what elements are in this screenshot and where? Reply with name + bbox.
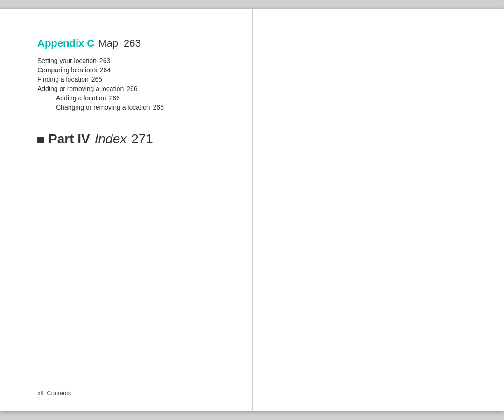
page-footer: xii Contents <box>37 390 224 397</box>
toc-entry-page: 266 <box>109 94 119 102</box>
toc-entry-text: Setting your location <box>37 57 97 64</box>
part-page-num: 271 <box>131 132 153 147</box>
toc-entry: Setting your location 263 <box>37 57 224 64</box>
appendix-label: Appendix C <box>37 37 94 49</box>
toc-entry: Changing or removing a location 266 <box>37 104 224 111</box>
toc-entry-text: Changing or removing a location <box>56 104 150 111</box>
toc-entry: Finding a location 265 <box>37 76 224 83</box>
two-pages: Appendix C Map 263 Setting your location… <box>0 9 504 411</box>
left-page: Appendix C Map 263 Setting your location… <box>0 9 252 411</box>
appendix-heading: Appendix C Map 263 <box>37 37 224 49</box>
part-square-icon <box>37 137 44 143</box>
toc-entry-text: Comparing locations <box>37 66 97 74</box>
part-label: Part IV <box>49 132 90 147</box>
toc-entry-page: 263 <box>99 57 110 64</box>
footer-label: Contents <box>47 390 71 397</box>
page-divider <box>252 9 253 411</box>
page-container: Appendix C Map 263 Setting your location… <box>0 0 504 420</box>
toc-entry-page: 266 <box>126 85 137 92</box>
toc-entry: Adding a location 266 <box>37 94 224 102</box>
toc-entry: Adding or removing a location 266 <box>37 85 224 92</box>
part-title: Index <box>95 132 127 147</box>
appendix-page-num: 263 <box>124 37 141 49</box>
right-page <box>252 9 504 411</box>
content-area: Appendix C Map 263 Setting your location… <box>37 37 224 392</box>
footer-page-indicator: xii <box>37 390 43 397</box>
toc-entry: Comparing locations 264 <box>37 66 224 74</box>
appendix-title: Map <box>98 37 118 49</box>
toc-entry-page: 264 <box>100 66 111 74</box>
toc-list: Setting your location 263 Comparing loca… <box>37 57 224 113</box>
toc-entry-text: Adding a location <box>56 94 106 102</box>
toc-entry-text: Adding or removing a location <box>37 85 124 92</box>
part-section: Part IV Index 271 <box>37 132 224 147</box>
toc-entry-text: Finding a location <box>37 76 89 83</box>
toc-entry-page: 265 <box>91 76 102 83</box>
toc-entry-page: 266 <box>153 104 164 111</box>
